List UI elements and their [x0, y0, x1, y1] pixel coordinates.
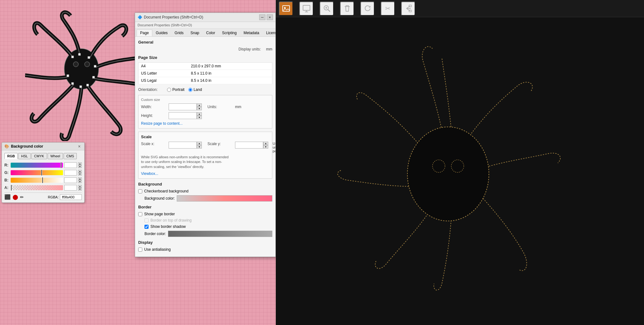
zoom-in-button[interactable]: [320, 2, 334, 16]
scissors-button[interactable]: ✂: [381, 2, 395, 16]
scale-x-spin-down[interactable]: ▼: [197, 145, 202, 149]
antialiasing-checkbox[interactable]: [138, 248, 142, 252]
tab-snap[interactable]: Snap: [187, 29, 203, 36]
g-spin-down[interactable]: ▼: [78, 173, 82, 176]
g-spin-up[interactable]: ▲: [78, 170, 82, 173]
tab-scripting[interactable]: Scripting: [218, 29, 240, 36]
rotate-button[interactable]: [360, 2, 374, 16]
svg-rect-4: [78, 53, 81, 55]
r-value-input[interactable]: 255: [64, 162, 77, 168]
dialog-minimize-button[interactable]: ─: [259, 14, 265, 20]
width-spin-up[interactable]: ▲: [197, 103, 202, 107]
top-toolbar: ✂: [276, 0, 644, 17]
b-slider-track[interactable]: [11, 178, 63, 183]
preset-us-letter[interactable]: US Letter 8.5 x 11.0 in: [139, 70, 272, 77]
share-button[interactable]: [401, 2, 415, 16]
r-spin-down[interactable]: ▼: [78, 165, 82, 168]
tab-license[interactable]: License: [263, 29, 276, 36]
eyedropper-icon[interactable]: ✏: [20, 195, 24, 200]
presentation-icon: [302, 4, 311, 13]
a-spin-down[interactable]: ▼: [78, 188, 82, 191]
panel-titlebar: 🎨 Background color ×: [2, 143, 84, 150]
delete-button[interactable]: [340, 2, 354, 16]
landscape-label: Land: [194, 87, 202, 92]
dropper-fg-icon[interactable]: ⬛: [4, 194, 11, 200]
tab-guides[interactable]: Guides: [152, 29, 171, 36]
width-input[interactable]: 166.81310: [169, 103, 197, 110]
tab-wheel[interactable]: Wheel: [48, 153, 63, 159]
b-slider-row: B: 164 ▲ ▼: [4, 177, 82, 183]
a-slider-track[interactable]: [11, 185, 63, 190]
zoom-in-icon: [322, 4, 331, 13]
show-border-row: Show page border: [138, 212, 272, 216]
scale-x-spin-up[interactable]: ▲: [197, 142, 202, 145]
r-slider-track[interactable]: [11, 163, 63, 168]
portrait-option[interactable]: Portrait: [167, 87, 185, 92]
tab-rgb[interactable]: RGB: [4, 153, 18, 159]
page-size-section-title: Page Size: [138, 55, 272, 60]
border-color-bar[interactable]: [168, 231, 272, 237]
tab-cms[interactable]: CMS: [64, 153, 77, 159]
border-on-top-row: Border on top of drawing: [138, 218, 272, 223]
display-section: Display Use antialiasing: [138, 240, 272, 252]
g-value-input[interactable]: 159: [64, 170, 77, 176]
b-value-input[interactable]: 164: [64, 177, 77, 183]
b-spin-down[interactable]: ▼: [78, 180, 82, 183]
tab-cmyk[interactable]: CMYK: [31, 153, 47, 159]
b-spinners: ▲ ▼: [78, 177, 82, 183]
preset-a4-name: A4: [139, 63, 189, 70]
scale-y-spin-down[interactable]: ▼: [263, 145, 268, 149]
general-section-title: General: [138, 40, 272, 45]
presentation-button[interactable]: [299, 2, 313, 16]
border-shadow-checkbox[interactable]: [144, 225, 149, 229]
width-label: Width:: [141, 105, 166, 109]
border-on-top-checkbox: [144, 218, 149, 223]
scale-x-group: 1.00000 ▲ ▼: [169, 142, 202, 149]
width-spin-down[interactable]: ▼: [197, 107, 202, 110]
display-section-title: Display: [138, 240, 272, 245]
landscape-option[interactable]: Land: [188, 87, 202, 92]
portrait-radio[interactable]: [167, 88, 171, 92]
share-icon: [404, 4, 413, 13]
scale-x-input[interactable]: 1.00000: [169, 142, 197, 149]
g-slider-track[interactable]: [11, 170, 63, 175]
octopus-left: [25, 9, 138, 141]
image-view-button[interactable]: [279, 2, 293, 16]
g-slider-row: G: 159 ▲ ▼: [4, 170, 82, 176]
tab-page[interactable]: Page: [137, 29, 152, 36]
tab-grids[interactable]: Grids: [171, 29, 187, 36]
right-panel: ✂: [276, 0, 644, 325]
viewbox-link[interactable]: Viewbox...: [141, 171, 158, 176]
display-units-value: mm: [266, 47, 272, 51]
svg-rect-3: [71, 56, 74, 58]
scale-y-input[interactable]: 1.00000: [235, 142, 263, 149]
preset-a4[interactable]: A4 210.0 x 297.0 mm: [139, 63, 272, 70]
rgba-value-box[interactable]: ff9fa400: [60, 194, 82, 200]
tab-hsl[interactable]: HSL: [18, 153, 30, 159]
landscape-radio[interactable]: [188, 88, 192, 92]
height-spin-up[interactable]: ▲: [197, 112, 202, 116]
tab-metadata[interactable]: Metadata: [240, 29, 263, 36]
dialog-close-button[interactable]: ×: [267, 14, 273, 20]
resize-page-link[interactable]: Resize page to content...: [141, 121, 183, 126]
color-tabs: RGB HSL CMYK Wheel CMS: [4, 153, 82, 159]
background-color-bar[interactable]: [177, 195, 272, 202]
svg-rect-5: [88, 56, 90, 59]
preset-us-legal[interactable]: US Legal 8.5 x 14.0 in: [139, 77, 272, 84]
show-border-checkbox[interactable]: [138, 212, 142, 216]
width-input-group: 166.81310 ▲ ▼: [169, 103, 202, 110]
height-input[interactable]: 126.05991: [169, 112, 197, 119]
height-spin-down[interactable]: ▼: [197, 116, 202, 119]
a-spin-up[interactable]: ▲: [78, 185, 82, 188]
checkerboard-checkbox[interactable]: [138, 189, 142, 193]
tab-color[interactable]: Color: [203, 29, 219, 36]
b-spin-up[interactable]: ▲: [78, 177, 82, 180]
panel-close-button[interactable]: ×: [77, 144, 82, 149]
a-value-input[interactable]: 0: [64, 185, 77, 191]
r-label: R:: [4, 163, 9, 167]
scale-y-spin-up[interactable]: ▲: [263, 142, 268, 145]
canvas-area: 🎨 Background color × RGB HSL CMYK Wheel …: [0, 0, 276, 325]
r-spin-up[interactable]: ▲: [78, 162, 82, 165]
height-label: Height:: [141, 113, 166, 118]
dropper-bg-icon[interactable]: ⬤: [13, 194, 18, 200]
